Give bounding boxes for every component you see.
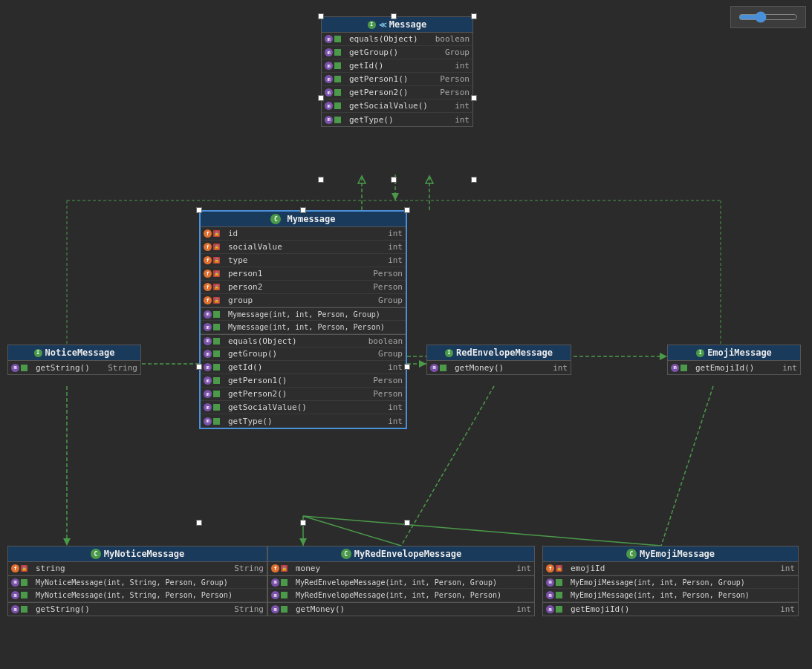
me-ctor1: m MyEmojiMessage(int, int, Person, Group… [543,575,798,589]
noticemessage-header: I NoticeMessage [8,345,140,361]
mnm-icon: C [91,549,101,559]
svg-marker-5 [419,360,426,368]
svg-line-12 [401,386,494,546]
field-group: f🔒 group Group [201,294,406,307]
em-icon: I [696,349,704,357]
redenvelope-class[interactable]: I RedEnvelopeMessage m getMoney() int [426,345,571,375]
handle-tr[interactable] [471,13,477,19]
svg-marker-22 [426,176,433,183]
svg-marker-9 [63,538,71,546]
interface-marker: ≪ [379,21,386,29]
emojimessage-title: EmojiMessage [707,347,772,358]
mre-getmoney: m getMoney() int [268,602,534,616]
field-socialvalue: f🔒 socialValue int [201,241,406,254]
mm-getsocialvalue: m getSocialValue() int [201,401,406,414]
method-getperson1: m getPerson1() Person [322,73,472,86]
ctor-1: m Mymessage(int, int, Person, Group) [201,307,406,321]
message-title: Message [389,19,427,30]
mre-money: f🔒 money int [268,562,534,575]
mm-getperson1: m getPerson1() Person [201,374,406,388]
myredenvelope-title: MyRedEnvelopeMessage [354,549,462,559]
noticemessage-title: NoticeMessage [45,347,115,358]
svg-line-13 [661,386,713,546]
svg-line-15 [303,516,661,546]
mnm-string: f🔒 string String [8,562,267,575]
mm-getgroup: m getGroup() Group [201,347,406,361]
mm-handle-mr[interactable] [404,364,410,370]
method-getid: m getId() int [322,59,472,73]
interface-icon: I [368,21,376,29]
mm-handle-br[interactable] [404,520,410,526]
mm-getid: m getId() int [201,361,406,374]
noticemessage-class[interactable]: I NoticeMessage m getString() String [7,345,141,375]
field-type: f🔒 type int [201,254,406,267]
handle-tl[interactable] [318,13,324,19]
handle-ml[interactable] [318,95,324,101]
me-getemoji: m getEmojiId() int [543,602,798,616]
mm-handle-bl[interactable] [196,520,202,526]
mm-handle-bc[interactable] [300,520,306,526]
myredenvelope-header: C MyRedEnvelopeMessage [268,546,534,562]
myemoji-header: C MyEmojiMessage [543,546,798,562]
method-gettype: m getType() int [322,113,472,126]
mnm-ctor1: m MyNoticeMessage(int, String, Person, G… [8,575,267,589]
mm-handle-tc[interactable] [300,207,306,213]
field-person2: f🔒 person2 Person [201,281,406,294]
mre-ctor1: m MyRedEnvelopeMessage(int, int, Person,… [268,575,534,589]
mm-equals: m equals(Object) boolean [201,334,406,347]
re-icon: I [445,349,453,357]
mymessage-title: Mymessage [287,214,335,224]
nm-icon: I [34,349,42,357]
method-getperson2: m getPerson2() Person [322,86,472,99]
mre-icon: C [341,549,351,559]
mm-handle-tr[interactable] [404,207,410,213]
svg-marker-11 [299,538,307,546]
me-ctor2: m MyEmojiMessage(int, int, Person, Perso… [543,589,798,602]
nm-getstring: m getString() String [8,361,140,374]
method-getgroup: m getGroup() Group [322,46,472,59]
redenvelope-header: I RedEnvelopeMessage [427,345,571,361]
mnm-getstring: m getString() String [8,602,267,616]
svg-marker-1 [392,193,399,200]
method-equals: m equals(Object) boolean [322,33,472,46]
re-getmoney: m getMoney() int [427,361,571,374]
handle-bl[interactable] [318,177,324,183]
svg-line-14 [303,516,401,546]
mymessage-header: C Mymessage [201,212,406,227]
mynoticemessage-header: C MyNoticeMessage [8,546,267,562]
mm-handle-ml[interactable] [196,364,202,370]
message-header: I ≪ Message [322,17,472,33]
em-getemoji: m getEmojiId() int [668,361,800,374]
mynoticemessage-title: MyNoticeMessage [104,549,184,559]
mnm-ctor2: m MyNoticeMessage(int, String, Person, P… [8,589,267,602]
mm-getperson2: m getPerson2() Person [201,388,406,401]
handle-tc[interactable] [391,13,397,19]
mm-gettype: m getType() int [201,414,406,428]
mynoticemessage-class[interactable]: C MyNoticeMessage f🔒 string String m MyN… [7,546,267,616]
svg-marker-7 [660,353,667,360]
method-getsocialvalue: m getSocialValue() int [322,99,472,113]
field-person1: f🔒 person1 Person [201,267,406,281]
me-icon: C [626,549,637,559]
emojimessage-header: I EmojiMessage [668,345,800,361]
field-id: f🔒 id int [201,227,406,241]
me-emojiid: f🔒 emojiId int [543,562,798,575]
zoom-container [730,6,806,28]
redenvelope-title: RedEnvelopeMessage [456,347,553,358]
handle-br[interactable] [471,177,477,183]
mre-ctor2: m MyRedEnvelopeMessage(int, int, Person,… [268,589,534,602]
handle-bc[interactable] [391,177,397,183]
ctor-2: m Mymessage(int, int, Person, Person) [201,321,406,334]
myemoji-title: MyEmojiMessage [640,549,715,559]
myredenvelope-class[interactable]: C MyRedEnvelopeMessage f🔒 money int m My… [267,546,535,616]
message-class[interactable]: I ≪ Message m equals(Object) boolean m g… [321,16,473,127]
svg-marker-20 [358,176,366,183]
mm-handle-tl[interactable] [196,207,202,213]
class-icon: C [270,214,281,224]
zoom-slider[interactable] [738,11,798,23]
myemoji-class[interactable]: C MyEmojiMessage f🔒 emojiId int m MyEmoj… [542,546,799,616]
handle-mr[interactable] [471,95,477,101]
mymessage-class[interactable]: C Mymessage f🔒 id int f🔒 socialValue int… [199,210,407,429]
emojimessage-class[interactable]: I EmojiMessage m getEmojiId() int [667,345,801,375]
